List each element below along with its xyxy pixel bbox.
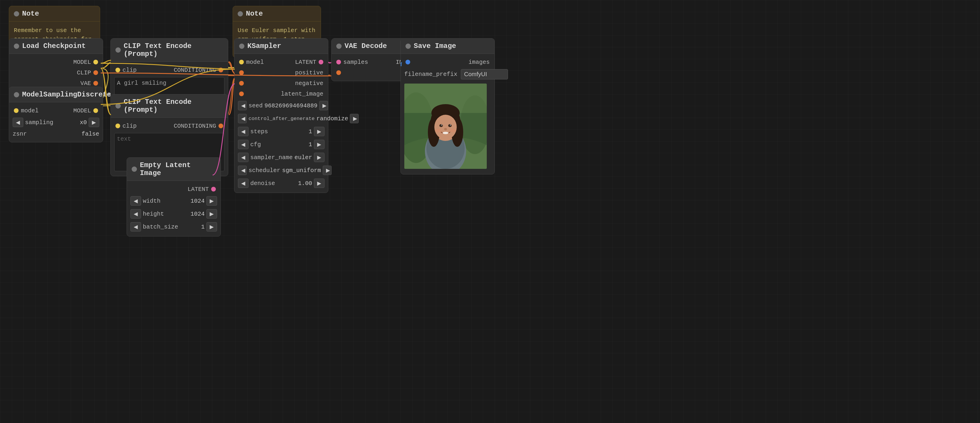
cfg-row: ◀ cfg 1 ▶ bbox=[234, 138, 328, 151]
ksampler-title: KSampler bbox=[247, 42, 281, 50]
vd-samples-label: samples bbox=[344, 59, 368, 66]
clip-encode-1-title: CLIP Text Encode (Prompt) bbox=[124, 42, 223, 58]
svg-point-15 bbox=[448, 124, 452, 127]
sampler-next-btn[interactable]: ▶ bbox=[314, 153, 325, 162]
svg-point-18 bbox=[444, 128, 447, 130]
clip1-text[interactable]: A girl smiling bbox=[114, 77, 224, 95]
clip1-in-port[interactable] bbox=[115, 68, 120, 72]
width-next-btn[interactable]: ▶ bbox=[207, 196, 217, 206]
steps-row: ◀ steps 1 ▶ bbox=[234, 125, 328, 138]
vae-output-port[interactable] bbox=[93, 81, 98, 86]
filename-prefix-input[interactable] bbox=[461, 69, 508, 79]
ms-model-input-port[interactable] bbox=[14, 108, 19, 113]
denoise-prev-btn[interactable]: ◀ bbox=[238, 179, 248, 188]
clip2-out-port[interactable] bbox=[218, 124, 223, 128]
si-images-label: images bbox=[468, 59, 490, 66]
ms-model-output-port[interactable] bbox=[93, 108, 98, 113]
ks-model-label: model bbox=[246, 59, 264, 66]
ks-latent-out-port[interactable] bbox=[319, 60, 323, 65]
model-sampling-title: ModelSamplingDiscrete bbox=[22, 90, 111, 98]
ks-latent-image-row: latent_image bbox=[234, 89, 328, 99]
vd-samples-in-port[interactable] bbox=[336, 60, 341, 65]
svg-point-20 bbox=[435, 129, 441, 132]
denoise-next-btn[interactable]: ▶ bbox=[314, 179, 325, 188]
clip2-in-row: clip CONDITIONING bbox=[111, 120, 228, 131]
clip1-in-label: clip bbox=[123, 67, 137, 73]
batch-prev-btn[interactable]: ◀ bbox=[130, 222, 141, 231]
clip2-in-port[interactable] bbox=[115, 124, 120, 128]
note-title-1: Note bbox=[22, 10, 39, 17]
steps-value: 1 bbox=[270, 128, 312, 135]
latent-out-port[interactable] bbox=[211, 187, 216, 192]
vae-decode-title: VAE Decode bbox=[345, 42, 387, 50]
steps-label: steps bbox=[250, 128, 268, 135]
ks-negative-row: negative bbox=[234, 78, 328, 89]
seed-next-btn[interactable]: ▶ bbox=[319, 101, 328, 110]
latent-out-label: LATENT bbox=[188, 186, 209, 193]
scheduler-value: sgm_uniform bbox=[282, 167, 321, 174]
clip1-out-port[interactable] bbox=[218, 68, 223, 72]
scheduler-next-btn[interactable]: ▶ bbox=[323, 166, 332, 175]
model-sampling-dot bbox=[14, 92, 19, 97]
ms-model-input-row: model MODEL bbox=[9, 105, 103, 116]
clip2-in-label: clip bbox=[123, 123, 137, 130]
clip-encode-2-dot bbox=[115, 103, 121, 109]
ms-model-input-label: model bbox=[21, 108, 38, 114]
steps-prev-btn[interactable]: ◀ bbox=[238, 127, 248, 136]
cfg-prev-btn[interactable]: ◀ bbox=[238, 140, 248, 149]
height-next-btn[interactable]: ▶ bbox=[207, 209, 217, 219]
svg-point-14 bbox=[439, 124, 443, 127]
control-next-btn[interactable]: ▶ bbox=[350, 114, 359, 123]
vd-vae-in-port[interactable] bbox=[336, 70, 341, 75]
save-image-title: Save Image bbox=[414, 42, 456, 50]
sampling-value: x0 bbox=[55, 119, 87, 126]
control-value: randomize bbox=[316, 115, 348, 122]
si-images-in-port[interactable] bbox=[406, 60, 410, 65]
load-checkpoint-title: Load Checkpoint bbox=[22, 42, 86, 50]
sampling-prev-btn[interactable]: ◀ bbox=[13, 118, 23, 127]
svg-point-17 bbox=[450, 124, 451, 125]
svg-point-21 bbox=[450, 129, 456, 132]
clip-output-label: CLIP bbox=[77, 70, 91, 76]
model-output-port[interactable] bbox=[93, 60, 98, 65]
empty-latent-dot bbox=[132, 166, 137, 172]
sampler-label: sampler_name bbox=[250, 154, 293, 161]
cfg-next-btn[interactable]: ▶ bbox=[314, 140, 325, 149]
clip-encode-1-dot bbox=[115, 48, 121, 53]
clip-encode-1-node: CLIP Text Encode (Prompt) clip CONDITION… bbox=[110, 38, 228, 100]
save-image-dot bbox=[406, 44, 411, 49]
width-prev-btn[interactable]: ◀ bbox=[130, 196, 141, 206]
empty-latent-node: Empty Latent Image LATENT ◀ width 1024 ▶… bbox=[127, 157, 221, 236]
sampler-value: euler bbox=[294, 154, 312, 161]
seed-prev-btn[interactable]: ◀ bbox=[238, 101, 247, 110]
clip-output-row: CLIP bbox=[9, 67, 103, 78]
empty-latent-header: Empty Latent Image bbox=[127, 158, 221, 181]
empty-latent-title: Empty Latent Image bbox=[140, 161, 216, 177]
seed-label: seed bbox=[248, 102, 262, 109]
clip-encode-2-header: CLIP Text Encode (Prompt) bbox=[111, 94, 228, 118]
ks-model-row: model LATENT bbox=[234, 57, 328, 67]
height-prev-btn[interactable]: ◀ bbox=[130, 209, 141, 219]
note-dot-2 bbox=[238, 11, 243, 16]
width-label: width bbox=[143, 198, 161, 204]
scheduler-prev-btn[interactable]: ◀ bbox=[238, 166, 247, 175]
sampler-prev-btn[interactable]: ◀ bbox=[238, 153, 248, 162]
svg-point-13 bbox=[434, 115, 457, 139]
ks-model-in-port[interactable] bbox=[239, 60, 244, 65]
sampling-next-btn[interactable]: ▶ bbox=[89, 118, 99, 127]
control-prev-btn[interactable]: ◀ bbox=[238, 114, 247, 123]
model-sampling-header: ModelSamplingDiscrete bbox=[9, 87, 103, 102]
control-label: control_after_generate bbox=[248, 116, 315, 122]
sampler-row: ◀ sampler_name euler ▶ bbox=[234, 151, 328, 164]
steps-next-btn[interactable]: ▶ bbox=[314, 127, 325, 136]
ks-latent-image-in-port[interactable] bbox=[239, 92, 244, 96]
ksampler-node: KSampler model LATENT positive negative … bbox=[234, 38, 328, 193]
batch-next-btn[interactable]: ▶ bbox=[207, 222, 217, 231]
clip-output-port[interactable] bbox=[93, 70, 98, 75]
note-title-2: Note bbox=[246, 10, 263, 17]
height-row: ◀ height 1024 ▶ bbox=[127, 208, 221, 220]
ks-positive-in-port[interactable] bbox=[239, 70, 244, 75]
scheduler-row: ◀ scheduler sgm_uniform ▶ bbox=[234, 164, 328, 177]
ks-negative-in-port[interactable] bbox=[239, 81, 244, 86]
sampling-row: ◀ sampling x0 ▶ bbox=[9, 116, 103, 129]
